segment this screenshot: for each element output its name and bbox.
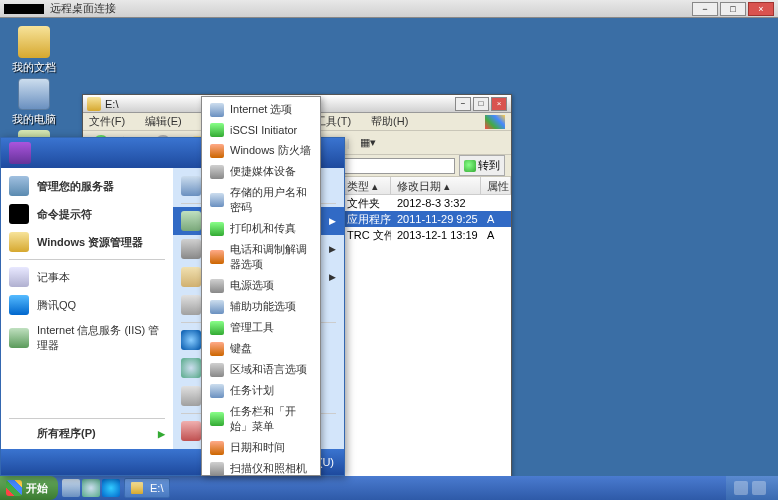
ql-media-icon[interactable]	[82, 479, 100, 497]
desktop-mycomputer[interactable]: 我的电脑	[10, 78, 58, 127]
separator	[9, 418, 165, 419]
r-connect-icon	[181, 267, 201, 287]
r-admin-tools-icon	[181, 239, 201, 259]
tray-icon[interactable]	[734, 481, 748, 495]
windows-logo-icon	[485, 115, 505, 129]
explorer-app[interactable]: Windows 资源管理器	[1, 228, 173, 256]
qq-icon	[9, 295, 29, 315]
system-tray	[726, 476, 778, 500]
submenu-item[interactable]: iSCSI Initiator	[202, 120, 320, 140]
col-header[interactable]: 属性 ▴	[481, 177, 511, 194]
user-avatar	[9, 142, 31, 164]
submenu-icon	[210, 384, 224, 398]
submenu-icon	[210, 123, 224, 137]
r-printers-icon	[181, 295, 201, 315]
explorer-app-icon	[9, 232, 29, 252]
submenu-icon	[210, 462, 224, 476]
submenu-icon	[210, 412, 224, 426]
submenu-item[interactable]: 键盘	[202, 338, 320, 359]
submenu-item[interactable]: 任务计划	[202, 380, 320, 401]
submenu-item[interactable]: 日期和时间	[202, 437, 320, 458]
outer-titlebar: 远程桌面连接 − □ ×	[0, 0, 778, 18]
submenu-item[interactable]: 管理工具	[202, 317, 320, 338]
iis[interactable]: Internet 信息服务 (IIS) 管理器	[1, 319, 173, 357]
submenu-icon	[210, 144, 224, 158]
windows-flag-icon	[6, 480, 22, 496]
menu-item[interactable]: 帮助(H)	[371, 114, 408, 129]
submenu-item[interactable]: Internet 选项	[202, 99, 320, 120]
qq[interactable]: 腾讯QQ	[1, 291, 173, 319]
menu-item[interactable]: 编辑(E)	[145, 114, 182, 129]
submenu-icon	[210, 279, 224, 293]
submenu-icon	[210, 321, 224, 335]
all-programs[interactable]: 所有程序(P)▶	[1, 422, 173, 445]
submenu-icon	[210, 441, 224, 455]
menu-item[interactable]: 文件(F)	[89, 114, 125, 129]
desktop[interactable]: 我的文档我的电脑网上邻居回收站Internet Explorer E:\ − □…	[0, 18, 778, 500]
desktop-mydocs[interactable]: 我的文档	[10, 26, 58, 75]
submenu-icon	[210, 222, 224, 236]
outer-min[interactable]: −	[692, 2, 718, 16]
submenu-icon	[210, 193, 224, 207]
r-search-icon	[181, 358, 201, 378]
submenu-icon	[210, 250, 224, 264]
task-item[interactable]: E:\	[124, 478, 170, 498]
r-run-icon	[181, 386, 201, 406]
r-help-icon	[181, 330, 201, 350]
r-mycomp-icon	[181, 176, 201, 196]
submenu-icon	[210, 300, 224, 314]
submenu-icon	[210, 165, 224, 179]
col-header[interactable]: 类型 ▴	[341, 177, 391, 194]
win-min[interactable]: −	[455, 97, 471, 111]
submenu-item[interactable]: 扫描仪和照相机	[202, 458, 320, 476]
iis-icon	[9, 328, 29, 348]
submenu-item[interactable]: 区域和语言选项	[202, 359, 320, 380]
submenu-item[interactable]: 便捷媒体设备	[202, 161, 320, 182]
ql-ie-icon[interactable]	[102, 479, 120, 497]
win-close[interactable]: ×	[491, 97, 507, 111]
submenu-icon	[210, 103, 224, 117]
submenu-item[interactable]: 电话和调制解调器选项	[202, 239, 320, 275]
start-left-pane: 管理您的服务器命令提示符Windows 资源管理器记事本腾讯QQInternet…	[1, 168, 173, 449]
mydocs-icon	[18, 26, 50, 58]
cmd[interactable]: 命令提示符	[1, 200, 173, 228]
go-button[interactable]: 转到	[459, 155, 505, 176]
manage-server[interactable]: 管理您的服务器	[1, 172, 173, 200]
ql-desktop-icon[interactable]	[62, 479, 80, 497]
blackout	[4, 4, 44, 14]
control-panel-submenu: Internet 选项iSCSI InitiatorWindows 防火墙便捷媒…	[201, 96, 321, 476]
submenu-item[interactable]: Windows 防火墙	[202, 140, 320, 161]
col-header[interactable]: 修改日期 ▴	[391, 177, 481, 194]
submenu-icon	[210, 363, 224, 377]
notepad-icon	[9, 267, 29, 287]
mycomputer-icon	[18, 78, 50, 110]
folder-icon	[131, 482, 143, 494]
submenu-item[interactable]: 打印机和传真	[202, 218, 320, 239]
quick-launch	[62, 479, 120, 497]
submenu-item[interactable]: 电源选项	[202, 275, 320, 296]
cmd-icon	[9, 204, 29, 224]
outer-close[interactable]: ×	[748, 2, 774, 16]
start-button[interactable]: 开始	[0, 476, 58, 500]
outer-max[interactable]: □	[720, 2, 746, 16]
manage-server-icon	[9, 176, 29, 196]
r-security-icon	[181, 421, 201, 441]
notepad[interactable]: 记事本	[1, 263, 173, 291]
taskbar: 开始 E:\	[0, 476, 778, 500]
drive-icon	[87, 97, 101, 111]
submenu-item[interactable]: 任务栏和「开始」菜单	[202, 401, 320, 437]
submenu-item[interactable]: 存储的用户名和密码	[202, 182, 320, 218]
tray-icon[interactable]	[752, 481, 766, 495]
separator	[9, 259, 165, 260]
outer-title: 远程桌面连接	[50, 1, 690, 16]
submenu-item[interactable]: 辅助功能选项	[202, 296, 320, 317]
go-icon	[464, 160, 476, 172]
win-max[interactable]: □	[473, 97, 489, 111]
views-button[interactable]: ▦▾	[356, 134, 380, 151]
r-control-panel-icon	[181, 211, 201, 231]
submenu-icon	[210, 342, 224, 356]
